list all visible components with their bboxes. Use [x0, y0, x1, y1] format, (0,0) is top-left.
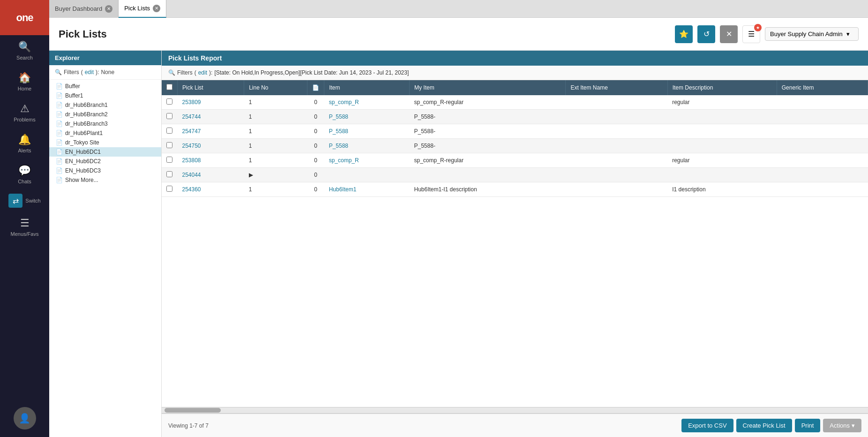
tree-item-en-hub6dc2[interactable]: 📄 EN_Hub6DC2 [49, 157, 161, 166]
page-header: Pick Lists ⭐ ↺ ✕ ☰ ★ Buyer Supply Chain … [49, 18, 868, 51]
scroll-thumb[interactable] [165, 408, 221, 413]
filters-label: Filters [64, 69, 79, 75]
table-row: 254744 1 0 P_5588 P_5588- [162, 110, 868, 124]
export-csv-button[interactable]: Export to CSV [681, 419, 733, 432]
sidebar-item-search[interactable]: 🔍 Search [0, 35, 49, 66]
doc-icon: 📄 [56, 139, 63, 146]
close-button[interactable]: ✕ [720, 25, 738, 43]
menu-icon: ☰ [20, 217, 30, 229]
row-ext-item-name-0 [566, 95, 667, 110]
row-checkbox-3[interactable] [166, 142, 172, 148]
tree-item-show-more[interactable]: 📄 Show More... [49, 175, 161, 185]
row-item-3: P_5588 [324, 139, 410, 153]
row-checkbox-cell [162, 168, 178, 182]
table-container[interactable]: Pick List Line No 📄 Item My Item Ext Ite… [162, 80, 868, 407]
refresh-button[interactable]: ↺ [697, 25, 715, 43]
item-link-3[interactable]: P_5588 [329, 143, 348, 149]
row-checkbox-5[interactable] [166, 171, 172, 177]
role-label: Buyer Supply Chain Admin [770, 30, 843, 38]
item-link-6[interactable]: Hub6Item1 [329, 186, 357, 193]
report-header: Pick Lists Report [162, 51, 868, 66]
tab-buyer-dashboard[interactable]: Buyer Dashboard ✕ [49, 0, 119, 18]
print-button[interactable]: Print [795, 419, 821, 432]
item-link-1[interactable]: P_5588 [329, 113, 348, 120]
row-line-no-1: 1 [244, 110, 307, 124]
tab-label-buyer-dashboard: Buyer Dashboard [55, 5, 102, 12]
row-checkbox-cell [162, 153, 178, 168]
tree-item-dr-hub6branch3[interactable]: 📄 dr_Hub6Branch3 [49, 119, 161, 128]
row-checkbox-2[interactable] [166, 128, 172, 134]
menu-button[interactable]: ☰ ★ [742, 25, 760, 43]
row-pick-list-6: 254360 [178, 182, 244, 197]
tab-pick-lists[interactable]: Pick Lists ✕ [119, 0, 166, 18]
row-pick-list-0: 253809 [178, 95, 244, 110]
avatar[interactable]: 👤 [14, 407, 36, 429]
row-doc-3: 0 [307, 139, 324, 153]
sidebar-item-label-search: Search [16, 55, 33, 60]
tree-item-buffer[interactable]: 📄 Buffer [49, 82, 161, 91]
pick-list-link-0[interactable]: 253809 [182, 99, 201, 105]
filters-edit-link[interactable]: edit [85, 69, 94, 75]
row-checkbox-0[interactable] [166, 98, 172, 105]
tab-close-buyer-dashboard[interactable]: ✕ [105, 5, 112, 13]
sidebar-item-menus[interactable]: ☰ Menus/Favs [0, 211, 49, 242]
star-button[interactable]: ⭐ [675, 25, 693, 43]
row-checkbox-1[interactable] [166, 113, 172, 119]
table-row: 253809 1 0 sp_comp_R sp_comp_R-regular r… [162, 95, 868, 110]
pick-list-link-1[interactable]: 254744 [182, 113, 201, 120]
report-footer: Viewing 1-7 of 7 Export to CSV Create Pi… [162, 414, 868, 437]
role-dropdown[interactable]: Buyer Supply Chain Admin ▾ [765, 27, 859, 41]
tree-item-en-hub6dc3[interactable]: 📄 EN_Hub6DC3 [49, 166, 161, 175]
sidebar-bottom: 👤 [0, 407, 49, 437]
select-all-checkbox[interactable] [166, 84, 172, 90]
row-my-item-4: sp_comp_R-regular [410, 153, 566, 168]
row-line-no-2: 1 [244, 124, 307, 139]
sidebar-item-label-alerts: Alerts [18, 148, 31, 153]
tree-item-en-hub6dc1[interactable]: 📄 EN_Hub6DC1 [49, 147, 161, 157]
bell-icon: 🔔 [18, 134, 31, 146]
create-pick-list-button[interactable]: Create Pick List [736, 419, 792, 432]
item-link-0[interactable]: sp_comp_R [329, 99, 359, 105]
tree-item-dr-hub6branch1[interactable]: 📄 dr_Hub6Branch1 [49, 100, 161, 110]
horizontal-scrollbar[interactable] [162, 407, 868, 414]
tab-close-pick-lists[interactable]: ✕ [153, 5, 160, 12]
sidebar-item-switch[interactable]: ⇄ Switch [0, 190, 49, 211]
report-filters-label: Filters [177, 69, 193, 76]
tab-bar: Buyer Dashboard ✕ Pick Lists ✕ [49, 0, 868, 18]
sidebar-item-home[interactable]: 🏠 Home [0, 66, 49, 97]
sidebar-item-alerts[interactable]: 🔔 Alerts [0, 128, 49, 159]
pick-list-link-4[interactable]: 253808 [182, 157, 201, 164]
sidebar-item-chats[interactable]: 💬 Chats [0, 159, 49, 190]
tree-item-dr-hub6plant1[interactable]: 📄 dr_Hub6Plant1 [49, 128, 161, 138]
item-link-4[interactable]: sp_comp_R [329, 157, 359, 164]
page-title: Pick Lists [59, 28, 670, 40]
explorer-panel: Explorer 🔍 Filters (edit): None 📄 Buffer… [49, 51, 162, 437]
row-ext-item-name-3 [566, 139, 667, 153]
report-filters-edit-link[interactable]: edit [198, 69, 207, 76]
row-pick-list-5: 254044 [178, 168, 244, 182]
row-checkbox-6[interactable] [166, 186, 172, 192]
hamburger-icon: ☰ [748, 30, 755, 38]
tree-item-dr-tokyo-site[interactable]: 📄 dr_Tokyo Site [49, 138, 161, 147]
tree-item-buffer1[interactable]: 📄 Buffer1 [49, 91, 161, 100]
row-generic-item-1 [777, 110, 868, 124]
row-checkbox-4[interactable] [166, 157, 172, 163]
doc-icon: 📄 [56, 167, 63, 174]
pick-list-link-6[interactable]: 254360 [182, 186, 201, 193]
pick-list-link-5[interactable]: 254044 [182, 172, 201, 178]
doc-icon: 📄 [56, 177, 63, 183]
sidebar-item-problems[interactable]: ⚠ Problems [0, 97, 49, 128]
row-checkbox-cell [162, 182, 178, 197]
actions-button[interactable]: Actions ▾ [823, 419, 861, 432]
footer-buttons: Export to CSV Create Pick List Print Act… [681, 419, 861, 432]
sidebar-item-label-home: Home [18, 86, 31, 91]
tree-item-dr-hub6branch2[interactable]: 📄 dr_Hub6Branch2 [49, 110, 161, 119]
home-icon: 🏠 [18, 72, 31, 84]
filters-value: None [101, 69, 114, 75]
row-doc-6: 0 [307, 182, 324, 197]
pick-list-link-3[interactable]: 254750 [182, 143, 201, 149]
item-link-2[interactable]: P_5588 [329, 128, 348, 135]
tree-item-label: Buffer1 [65, 92, 83, 99]
th-generic-item: Generic Item [777, 80, 868, 95]
pick-list-link-2[interactable]: 254747 [182, 128, 201, 135]
